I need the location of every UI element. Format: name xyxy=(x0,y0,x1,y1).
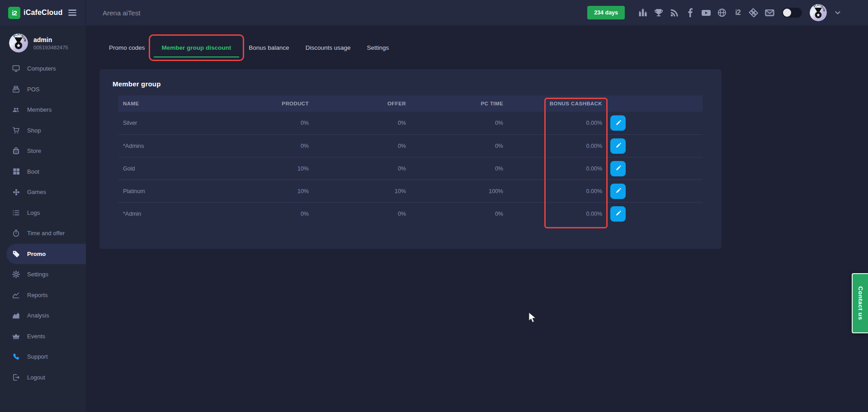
contact-us-label: Contact us xyxy=(857,286,864,320)
sidebar-item-label: Games xyxy=(27,189,46,195)
table-row: Gold 10% 0% 0% 0.00% xyxy=(118,157,703,180)
cell-offer: 0% xyxy=(309,143,406,149)
bag-icon xyxy=(12,147,20,155)
cell-bonus-cashback: 0.00% xyxy=(503,166,602,172)
icafe-i2-icon[interactable]: i2 xyxy=(733,8,743,18)
people-icon xyxy=(12,106,20,114)
ranking-icon[interactable] xyxy=(638,8,648,18)
mail-icon[interactable] xyxy=(764,8,774,18)
sidebar-item-time-and-offer[interactable]: Time and offer xyxy=(0,223,86,244)
edit-row-button[interactable] xyxy=(610,184,626,199)
sidebar-item-store[interactable]: Store xyxy=(0,141,86,161)
sidebar-item-shop[interactable]: Shop xyxy=(0,120,86,141)
monitor-icon xyxy=(12,65,20,72)
cell-offer: 0% xyxy=(309,166,406,172)
toggle-knob xyxy=(783,9,791,17)
logout-icon xyxy=(12,374,20,381)
cell-product: 0% xyxy=(245,120,309,126)
facebook-icon[interactable] xyxy=(685,8,695,18)
cell-bonus-cashback: 0.00% xyxy=(503,188,602,194)
trophy-icon[interactable] xyxy=(654,8,664,18)
tab-member-group-discount[interactable]: Member group discount xyxy=(162,44,231,51)
cell-name: Platinum xyxy=(118,188,245,194)
column-header-bonus-cashback: BONUS CASHBACK xyxy=(503,101,602,106)
sidebar-item-logs[interactable]: Logs xyxy=(0,203,86,223)
cell-offer: 0% xyxy=(309,211,406,217)
contact-us-button[interactable]: Contact us xyxy=(852,273,868,333)
table-row: Platinum 10% 10% 100% 0.00% xyxy=(118,180,703,202)
cell-name: Silver xyxy=(118,120,245,126)
sidebar-item-events[interactable]: Events xyxy=(0,326,86,347)
sidebar-item-logout[interactable]: Logout xyxy=(0,367,86,388)
column-header-name: NAME xyxy=(118,101,245,106)
layers-icon[interactable] xyxy=(749,8,759,18)
cell-name: *Admins xyxy=(118,143,245,149)
sidebar-nav: Computers POS Members Shop Store Boot Ga… xyxy=(0,58,86,388)
tab-discounts-usage[interactable]: Discounts usage xyxy=(306,44,351,51)
cell-pc-time: 0% xyxy=(406,211,503,217)
edit-row-button[interactable] xyxy=(610,161,626,176)
sidebar-item-promo[interactable]: Promo xyxy=(6,244,86,265)
gear-icon xyxy=(12,270,20,278)
sidebar-item-label: Store xyxy=(27,147,41,154)
theme-toggle[interactable] xyxy=(782,8,802,18)
topbar-actions: 234 days i2 xyxy=(587,4,868,21)
sidebar-item-support[interactable]: Support xyxy=(0,346,86,367)
crown-icon xyxy=(12,332,20,340)
sidebar-item-computers[interactable]: Computers xyxy=(0,58,86,79)
cell-pc-time: 0% xyxy=(406,166,503,172)
panel-title: Member group xyxy=(99,69,722,88)
user-id: 005193482475 xyxy=(33,45,68,50)
cell-offer: 0% xyxy=(309,120,406,126)
sidebar-item-reports[interactable]: Reports xyxy=(0,285,86,306)
edit-row-button[interactable] xyxy=(610,138,626,154)
sidebar-item-members[interactable]: Members xyxy=(0,99,86,120)
hamburger-menu-icon[interactable] xyxy=(66,8,78,18)
windows-icon xyxy=(12,168,20,175)
tab-settings[interactable]: Settings xyxy=(367,44,389,51)
cell-name: *Admin xyxy=(118,211,245,217)
tab-bonus-balance[interactable]: Bonus balance xyxy=(249,44,289,51)
sidebar-item-label: Shop xyxy=(27,127,41,134)
pencil-icon xyxy=(615,143,621,149)
chevron-down-icon[interactable] xyxy=(833,8,843,18)
pencil-icon xyxy=(615,211,621,217)
brand: i2 iCafeCloud xyxy=(0,0,86,25)
cell-product: 10% xyxy=(245,166,309,172)
sidebar-user-avatar[interactable]: PLATINUM xyxy=(9,33,28,52)
edit-row-button[interactable] xyxy=(610,115,626,131)
table-row: *Admins 0% 0% 0% 0.00% xyxy=(118,134,703,157)
sidebar-item-games[interactable]: Games xyxy=(0,182,86,203)
phone-icon xyxy=(12,353,20,360)
pencil-icon xyxy=(615,120,621,126)
sidebar-item-settings[interactable]: Settings xyxy=(0,264,86,285)
sidebar-item-analysis[interactable]: Analysis xyxy=(0,305,86,326)
page-title: Arena aiTest xyxy=(103,9,140,17)
user-name: admin xyxy=(33,36,68,43)
subscription-days-badge[interactable]: 234 days xyxy=(587,6,625,19)
tab-bar: Promo codes Member group discount Bonus … xyxy=(109,34,868,61)
table-row: Silver 0% 0% 0% 0.00% xyxy=(118,112,703,134)
sidebar-item-label: Analysis xyxy=(27,312,49,319)
rss-icon[interactable] xyxy=(670,8,679,18)
globe-icon[interactable] xyxy=(717,8,727,18)
sidebar-item-label: Logout xyxy=(27,374,45,381)
cash-register-icon xyxy=(12,85,20,93)
edit-row-button[interactable] xyxy=(610,206,626,222)
list-icon xyxy=(12,209,20,217)
sidebar-item-label: Logs xyxy=(27,209,40,216)
tag-icon xyxy=(12,250,20,258)
sidebar-user-block: PLATINUM admin 005193482475 xyxy=(0,25,86,52)
sidebar-item-pos[interactable]: POS xyxy=(0,79,86,100)
cell-bonus-cashback: 0.00% xyxy=(503,211,602,217)
tab-promo-codes[interactable]: Promo codes xyxy=(109,44,145,51)
cell-pc-time: 100% xyxy=(406,188,503,194)
sidebar-item-boot[interactable]: Boot xyxy=(0,161,86,182)
cell-product: 10% xyxy=(245,188,309,194)
user-avatar[interactable]: PLATINUM xyxy=(810,4,827,21)
sidebar-item-label: Support xyxy=(27,353,48,360)
cell-bonus-cashback: 0.00% xyxy=(503,143,602,149)
icafecloud-logo-icon: i2 xyxy=(8,7,20,19)
youtube-icon[interactable] xyxy=(701,8,711,18)
sidebar-item-label: POS xyxy=(27,86,39,93)
